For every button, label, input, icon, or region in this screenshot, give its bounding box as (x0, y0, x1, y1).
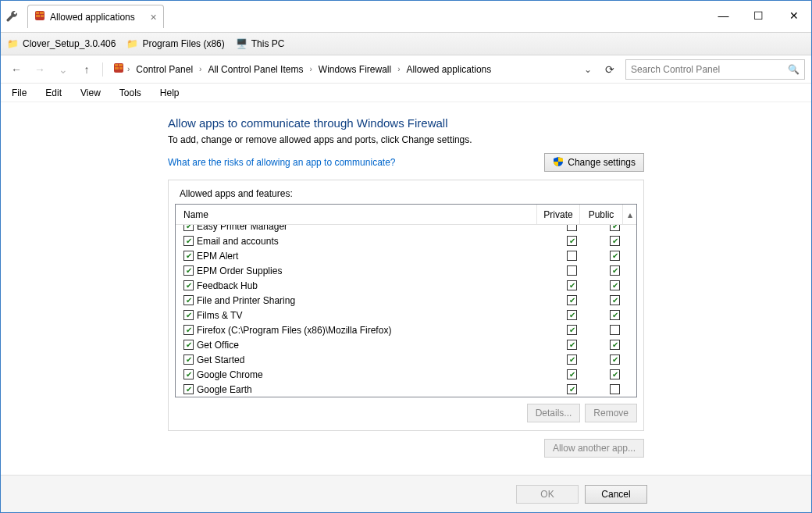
public-checkbox[interactable] (610, 354, 620, 365)
private-checkbox[interactable] (567, 236, 577, 246)
close-button[interactable]: ✕ (776, 4, 811, 27)
list-body[interactable]: Easy Printer ManagerEmail and accountsEP… (176, 225, 636, 397)
table-row[interactable]: EPM Alert (176, 248, 636, 263)
private-checkbox[interactable] (567, 295, 577, 305)
app-name: Easy Printer Manager (197, 225, 287, 232)
monitor-icon: 🖥️ (236, 38, 248, 49)
public-checkbox[interactable] (610, 340, 620, 350)
table-row[interactable]: Films & TV (176, 308, 636, 322)
private-checkbox[interactable] (567, 384, 577, 394)
details-button[interactable]: Details... (527, 404, 581, 422)
breadcrumb[interactable]: › Control Panel › All Control Panel Item… (109, 59, 577, 80)
allow-another-app-button[interactable]: Allow another app... (544, 439, 644, 458)
public-checkbox[interactable] (610, 280, 620, 290)
uac-shield-icon (553, 156, 564, 169)
table-row[interactable]: Feedback Hub (176, 278, 636, 293)
public-checkbox[interactable] (610, 265, 620, 276)
enabled-checkbox[interactable] (183, 295, 194, 305)
table-row[interactable]: Google Chrome (176, 367, 636, 382)
tab-title: Allowed applications (50, 12, 135, 23)
enabled-checkbox[interactable] (183, 384, 194, 394)
menu-tools[interactable]: Tools (116, 86, 144, 100)
private-checkbox[interactable] (567, 369, 577, 379)
app-name: File and Printer Sharing (197, 295, 295, 306)
up-button[interactable]: ↑ (77, 60, 96, 79)
col-name[interactable]: Name (176, 205, 537, 224)
browser-tab[interactable]: Allowed applications × (27, 5, 164, 28)
col-private[interactable]: Private (537, 205, 580, 224)
app-name: Feedback Hub (197, 280, 258, 291)
crumb-control-panel[interactable]: Control Panel (133, 62, 196, 77)
public-checkbox[interactable] (610, 251, 620, 261)
enabled-checkbox[interactable] (183, 251, 194, 261)
public-checkbox[interactable] (610, 325, 620, 335)
private-checkbox[interactable] (567, 265, 577, 276)
folder-icon: 📁 (126, 38, 138, 49)
private-checkbox[interactable] (567, 354, 577, 365)
enabled-checkbox[interactable] (183, 225, 194, 231)
crumb-windows-firewall[interactable]: Windows Firewall (315, 62, 394, 77)
svg-rect-9 (119, 67, 123, 69)
enabled-checkbox[interactable] (183, 340, 194, 350)
refresh-button[interactable]: ⟳ (599, 63, 621, 76)
private-checkbox[interactable] (567, 280, 577, 290)
enabled-checkbox[interactable] (183, 369, 194, 379)
change-settings-button[interactable]: Change settings (544, 153, 644, 172)
titlebar: Allowed applications × — ☐ ✕ (1, 1, 811, 32)
enabled-checkbox[interactable] (183, 325, 194, 335)
table-row[interactable]: Google Earth (176, 382, 636, 397)
menu-view[interactable]: View (77, 86, 104, 100)
app-name: Get Started (197, 354, 244, 365)
private-checkbox[interactable] (567, 325, 577, 335)
bookmark-clover[interactable]: 📁 Clover_Setup_3.0.406 (7, 38, 116, 49)
enabled-checkbox[interactable] (183, 280, 194, 290)
private-checkbox[interactable] (567, 225, 577, 231)
table-row[interactable]: Easy Printer Manager (176, 225, 636, 233)
forward-button[interactable]: → (30, 60, 49, 79)
enabled-checkbox[interactable] (183, 236, 194, 246)
enabled-checkbox[interactable] (183, 265, 194, 276)
private-checkbox[interactable] (567, 340, 577, 350)
app-name: Google Chrome (197, 369, 263, 380)
menu-help[interactable]: Help (157, 86, 183, 100)
ok-button[interactable]: OK (516, 485, 579, 504)
chevron-right-icon: › (126, 65, 131, 73)
folder-icon: 📁 (7, 38, 19, 49)
bookmark-this-pc[interactable]: 🖥️ This PC (236, 38, 285, 49)
public-checkbox[interactable] (610, 295, 620, 305)
table-row[interactable]: Get Started (176, 352, 636, 367)
maximize-button[interactable]: ☐ (741, 4, 776, 27)
public-checkbox[interactable] (610, 236, 620, 246)
back-button[interactable]: ← (7, 60, 26, 79)
menu-file[interactable]: File (9, 86, 30, 100)
menu-edit[interactable]: Edit (42, 86, 65, 100)
minimize-button[interactable]: — (706, 4, 741, 27)
address-dropdown-icon[interactable]: ⌄ (582, 64, 594, 75)
col-public[interactable]: Public (580, 205, 623, 224)
table-row[interactable]: EPM Order Supplies (176, 263, 636, 278)
scroll-up-icon[interactable]: ▴ (623, 209, 636, 220)
table-row[interactable]: Firefox (C:\Program Files (x86)\Mozilla … (176, 322, 636, 337)
recent-dropdown[interactable]: ⌄ (54, 60, 73, 79)
crumb-all-items[interactable]: All Control Panel Items (205, 62, 306, 77)
private-checkbox[interactable] (567, 251, 577, 261)
table-row[interactable]: File and Printer Sharing (176, 293, 636, 308)
tab-close-icon[interactable]: × (151, 11, 157, 23)
enabled-checkbox[interactable] (183, 310, 194, 320)
bookmark-program-files[interactable]: 📁 Program Files (x86) (126, 38, 224, 49)
private-checkbox[interactable] (567, 310, 577, 320)
risks-link[interactable]: What are the risks of allowing an app to… (168, 157, 395, 168)
app-name: Google Earth (197, 384, 252, 395)
public-checkbox[interactable] (610, 225, 620, 231)
search-input[interactable]: Search Control Panel 🔍 (625, 59, 805, 80)
enabled-checkbox[interactable] (183, 354, 194, 365)
apps-listbox: Name Private Public ▴ Easy Printer Manag… (175, 204, 637, 397)
cancel-button[interactable]: Cancel (585, 485, 647, 504)
crumb-allowed-apps[interactable]: Allowed applications (404, 62, 495, 77)
remove-button[interactable]: Remove (585, 404, 637, 422)
public-checkbox[interactable] (610, 384, 620, 394)
public-checkbox[interactable] (610, 369, 620, 379)
table-row[interactable]: Get Office (176, 337, 636, 352)
table-row[interactable]: Email and accounts (176, 233, 636, 248)
public-checkbox[interactable] (610, 310, 620, 320)
